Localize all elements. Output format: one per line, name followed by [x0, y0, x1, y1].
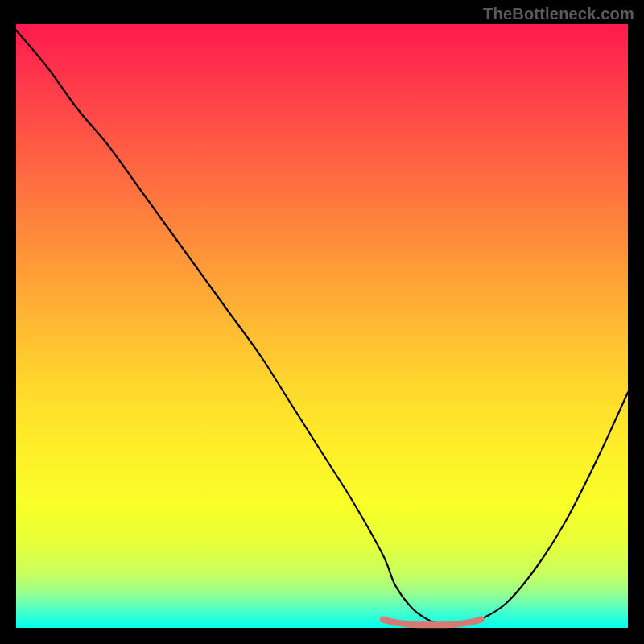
curves-svg — [16, 24, 628, 628]
optimal-zone-marker — [383, 620, 481, 625]
watermark-text: TheBottleneck.com — [483, 5, 634, 23]
plot-area — [16, 24, 628, 628]
bottleneck-curve — [16, 31, 628, 625]
chart-root: TheBottleneck.com — [0, 0, 644, 644]
